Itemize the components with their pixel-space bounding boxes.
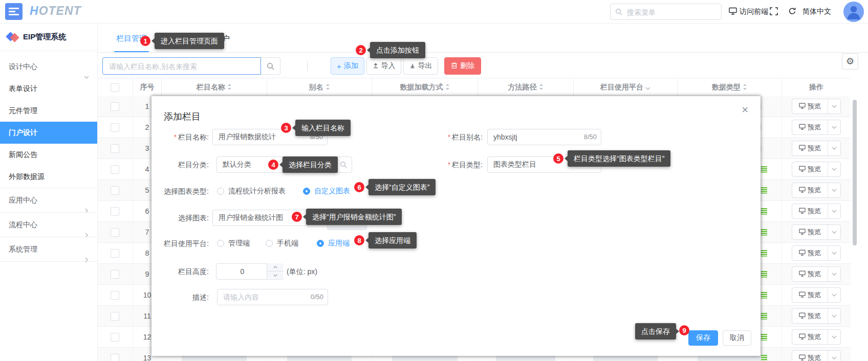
preview-dropdown-caret[interactable] — [828, 351, 840, 361]
sidebar-group-process-center[interactable]: 流程中心 — [0, 212, 97, 237]
row-checkbox[interactable] — [111, 144, 119, 153]
sort-icon[interactable] — [743, 83, 747, 92]
stepper-up-icon[interactable] — [267, 263, 284, 271]
row-checkbox[interactable] — [111, 312, 119, 321]
refresh-icon[interactable] — [788, 7, 796, 15]
header-method-path[interactable]: 方法路径 — [478, 78, 574, 97]
preview-dropdown-caret[interactable] — [828, 141, 840, 155]
cancel-button[interactable]: 取消 — [723, 330, 751, 346]
table-scrollbar-thumb[interactable] — [853, 100, 857, 245]
sort-icon[interactable] — [445, 83, 450, 92]
sidebar-group-system-mgmt[interactable]: 系统管理 — [0, 237, 97, 262]
sidebar-group-design-center[interactable]: 设计中心 — [0, 55, 97, 78]
add-button[interactable]: + 添加 — [331, 57, 364, 75]
row-checkbox[interactable] — [111, 333, 119, 342]
preview-dropdown-caret[interactable] — [828, 204, 840, 218]
sort-icon[interactable] — [326, 83, 330, 92]
close-icon[interactable]: × — [742, 104, 748, 116]
language-switcher[interactable]: 简体中文 — [802, 7, 831, 16]
row-checkbox[interactable] — [111, 249, 119, 258]
preview-dropdown-caret[interactable] — [828, 162, 840, 176]
sort-icon[interactable] — [539, 83, 544, 92]
column-search-input[interactable] — [108, 60, 257, 73]
row-checkbox[interactable] — [111, 228, 119, 237]
radio-custom-chart[interactable]: 自定义图表 — [303, 183, 350, 199]
avatar[interactable] — [843, 2, 864, 22]
delete-button[interactable]: 删除 — [444, 57, 481, 75]
preview-split-button[interactable]: 预览 — [792, 350, 841, 361]
header-column-name[interactable]: 栏目名称 — [162, 78, 267, 97]
search-icon — [615, 8, 622, 17]
filter-caret-icon[interactable] — [645, 83, 650, 92]
row-checkbox[interactable] — [111, 123, 119, 132]
row-checkbox[interactable] — [111, 165, 119, 174]
preview-split-button[interactable]: 预览 — [792, 99, 841, 114]
row-checkbox[interactable] — [111, 102, 119, 111]
preview-dropdown-caret[interactable] — [828, 267, 840, 281]
field-label-chart-type: 选择图表类型: — [151, 183, 209, 199]
save-button[interactable]: 保存 — [688, 330, 718, 346]
preview-dropdown-caret[interactable] — [828, 120, 840, 134]
app-title: EIP管理系统 — [23, 32, 66, 42]
sidebar-item-form-design[interactable]: 表单设计 — [0, 78, 97, 100]
radio-admin-platform[interactable]: 管理端 — [217, 235, 250, 252]
preview-split-button[interactable]: 预览 — [792, 245, 841, 261]
chevron-right-icon — [84, 247, 89, 271]
preview-dropdown-caret[interactable] — [828, 183, 840, 197]
search-button[interactable] — [261, 57, 280, 75]
row-checkbox[interactable] — [111, 186, 119, 195]
menu-search-input[interactable] — [626, 6, 720, 19]
data-type-green-fragment — [761, 166, 767, 173]
preview-split-button[interactable]: 预览 — [792, 162, 841, 177]
sort-icon[interactable] — [227, 83, 232, 92]
preview-dropdown-caret[interactable] — [828, 99, 840, 114]
sidebar-item-news[interactable]: 新闻公告 — [0, 144, 97, 166]
preview-split-button[interactable]: 预览 — [792, 308, 841, 324]
preview-split-button[interactable]: 预览 — [792, 141, 841, 156]
step-badge-1: 1 — [140, 36, 150, 46]
preview-dropdown-caret[interactable] — [828, 330, 840, 344]
radio-app-platform[interactable]: 应用端 — [317, 235, 350, 252]
preview-split-button[interactable]: 预览 — [792, 204, 841, 219]
header-index: 序号 — [133, 78, 162, 97]
sidebar-group-app-center[interactable]: 应用中心 — [0, 188, 97, 212]
radio-process-report[interactable]: 流程统计分析报表 — [217, 183, 286, 199]
import-button[interactable]: 导入 — [366, 57, 401, 75]
column-alias-input[interactable] — [487, 129, 601, 145]
row-checkbox[interactable] — [111, 207, 119, 216]
preview-split-button[interactable]: 预览 — [792, 329, 841, 345]
preview-dropdown-caret[interactable] — [828, 246, 840, 260]
table-settings-button[interactable]: ⚙ — [842, 53, 858, 70]
description-input[interactable] — [217, 289, 328, 305]
radio-mobile-platform[interactable]: 手机端 — [266, 235, 298, 252]
monitor-icon — [799, 291, 806, 299]
sidebar-item-external-datasource[interactable]: 外部数据源 — [0, 166, 97, 188]
sidebar-item-component-mgmt[interactable]: 元件管理 — [0, 100, 97, 122]
row-checkbox[interactable] — [111, 354, 119, 361]
app-screen: HOTENT 访问前端 简体中文 — [0, 0, 868, 361]
stepper-down-icon[interactable] — [267, 271, 284, 279]
header-alias[interactable]: 别名 — [267, 78, 372, 97]
fullscreen-icon[interactable] — [770, 7, 778, 15]
preview-dropdown-caret[interactable] — [828, 225, 840, 239]
preview-split-button[interactable]: 预览 — [792, 183, 841, 198]
tooltip-step-3: 输入栏目名称 — [295, 120, 351, 136]
language-label: 简体中文 — [802, 7, 831, 16]
visit-frontend-button[interactable]: 访问前端 — [729, 7, 768, 16]
menu-collapse-icon[interactable] — [5, 3, 23, 20]
row-checkbox[interactable] — [111, 270, 119, 279]
preview-dropdown-caret[interactable] — [828, 309, 840, 323]
select-all-checkbox[interactable] — [111, 83, 119, 92]
row-checkbox[interactable] — [111, 291, 119, 300]
preview-split-button[interactable]: 预览 — [792, 120, 841, 135]
preview-dropdown-caret[interactable] — [828, 288, 840, 302]
export-button[interactable]: 导出 — [403, 57, 438, 75]
header-data-type[interactable]: 数据类型 — [678, 78, 782, 97]
preview-split-button[interactable]: 预览 — [792, 266, 841, 282]
gear-icon: ⚙ — [846, 56, 854, 67]
sidebar-item-portal-design[interactable]: 门户设计 — [0, 122, 97, 144]
preview-split-button[interactable]: 预览 — [792, 224, 841, 240]
preview-split-button[interactable]: 预览 — [792, 287, 841, 303]
header-platform[interactable]: 栏目使用平台 — [574, 78, 678, 97]
header-data-load-mode[interactable]: 数据加载方式 — [372, 78, 478, 97]
